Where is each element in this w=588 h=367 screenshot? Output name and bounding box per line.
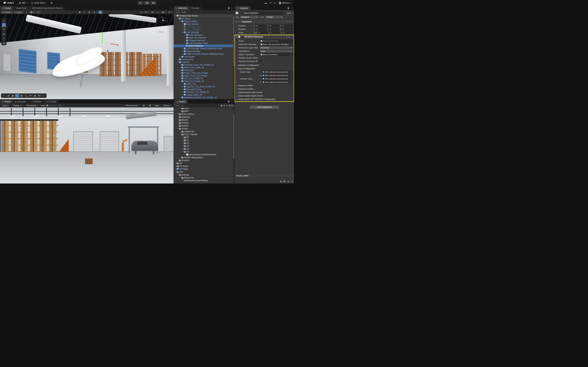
expand-arrow-icon[interactable]: ▸	[184, 37, 186, 39]
layout-overlay-icon[interactable]: ▤	[6, 94, 10, 97]
lighting-toggle-icon[interactable]: ☀	[82, 11, 86, 14]
project-row[interactable]: ▾ D3	[174, 150, 234, 153]
search-icon[interactable]	[274, 2, 275, 4]
action-field[interactable]: XRI LeftHand Interaction/Se ⊙	[262, 71, 293, 73]
expand-arrow-icon[interactable]: ▸	[177, 113, 179, 115]
expand-arrow-icon[interactable]: ▸	[179, 70, 181, 71]
project-row[interactable]: ▸ Textures	[174, 159, 234, 162]
hierarchy-row[interactable]: ▸ Right Controller › ⋮	[174, 50, 234, 53]
asset-labels-bar[interactable]: Asset Labels	[235, 174, 294, 178]
view-tab[interactable]: ⊞ Scene	[0, 6, 13, 10]
hierarchy-row[interactable]: ▸ Gaze Stabilized › ⋮	[174, 28, 234, 31]
project-row[interactable]: ▸ B4	[174, 136, 234, 139]
save-search-icon[interactable]: ★	[226, 104, 228, 107]
component-foldout[interactable]: ▸ Interactor Filters	[235, 84, 294, 87]
hierarchy-row[interactable]: ▸ Mezzanine › ⋮	[174, 69, 234, 72]
action-reference-field[interactable]: XRI LeftHand Interaction/Ac ⊙	[262, 81, 293, 83]
presets-icon[interactable]: ≡	[289, 21, 290, 23]
project-row[interactable]: ▸ Scenes	[174, 124, 234, 127]
slider-track[interactable]	[46, 105, 58, 106]
hierarchy-row[interactable]: ▸ Poke Interactor › ⋮	[174, 34, 234, 36]
hierarchy-row[interactable]: ▸ Factory Floor › ⋮	[174, 58, 234, 61]
action-reference-field[interactable]: XRI LeftHand Interaction/Se ⊙	[262, 74, 293, 77]
expand-arrow-icon[interactable]: ▾	[179, 177, 181, 178]
scene-viewport[interactable]: 0 3 < Persp x y	[0, 14, 173, 99]
expand-arrow-icon[interactable]: ▸	[182, 89, 184, 90]
project-search-input[interactable]	[180, 104, 220, 107]
expand-arrow-icon[interactable]: ▸	[184, 34, 186, 36]
gameobject-name-field[interactable]: Direct Interactor	[243, 12, 282, 15]
component-selection-icon[interactable]: ▤	[150, 11, 155, 14]
tag-dropdown[interactable]: Untagged▾	[240, 16, 259, 18]
crosshair-overlay-icon[interactable]: ✚	[28, 94, 33, 97]
tab-inspector[interactable]: ⓘ Inspector	[235, 6, 250, 10]
project-row[interactable]: OGG	[174, 108, 234, 110]
project-row[interactable]: ▸ XR Setup	[174, 167, 234, 170]
lighting-overlay-icon[interactable]: ◧	[20, 94, 24, 97]
expand-arrow-icon[interactable]: ▸	[179, 72, 181, 74]
property-checkbox[interactable]: ✓	[260, 60, 262, 63]
expand-arrow-icon[interactable]: ▸	[179, 157, 181, 158]
project-row[interactable]: InteractionLayerSettings	[174, 179, 234, 182]
expand-arrow-icon[interactable]: ▸	[182, 92, 184, 93]
stats-toggle[interactable]: Stats	[154, 104, 160, 107]
scene-visibility-dropdown[interactable]: ▾	[144, 11, 150, 14]
move-tool-button[interactable]: +	[2, 23, 6, 27]
rect-tool-button[interactable]: ▭	[2, 36, 6, 40]
tab-project[interactable]: ▤ Project	[174, 100, 187, 104]
scale-slider[interactable]: Scale 1x	[41, 104, 61, 107]
tool-handle-rotation-dropdown[interactable]: ◐ Local ▾	[13, 11, 24, 14]
project-row[interactable]: ▸ Models	[174, 118, 234, 121]
expand-arrow-icon[interactable]: ▸	[182, 53, 184, 55]
hierarchy-row[interactable]: ▸ Left Controller Teleport Stabilized Or…	[174, 47, 234, 50]
component-foldout[interactable]: ▸ Interactor Events	[235, 87, 294, 91]
axis-z-field[interactable]: 0	[282, 25, 293, 27]
expand-arrow-icon[interactable]: ▾	[182, 151, 184, 152]
help-icon[interactable]: ?	[286, 21, 287, 23]
object-picker-icon[interactable]: ⊙	[290, 71, 292, 73]
axis-y-field[interactable]: 0	[269, 25, 279, 27]
action-menu-icon[interactable]: ⋮	[260, 78, 262, 80]
hierarchy-row[interactable]: ▸ Reach_Truck_01a_Prefab › ⋮	[174, 72, 234, 75]
expand-arrow-icon[interactable]: ▾	[174, 15, 176, 17]
hierarchy-search-input[interactable]: All	[180, 11, 233, 14]
hierarchy-row[interactable]: ▸ Cart_01a_Prefab_01 › ⋮	[174, 77, 234, 80]
expand-arrow-icon[interactable]: ▸	[182, 48, 184, 50]
project-row[interactable]: ▸ Prefabs	[174, 121, 234, 124]
xr-component-header[interactable]: ▼ ✓ XR Direct Interactor ? ≡ ⋮	[235, 35, 294, 39]
component-foldout[interactable]: ▸ (Deprecated) Haptic Events	[235, 94, 294, 98]
transform-component-header[interactable]: ▼ + Transform ? ≡ ⋮	[235, 20, 294, 24]
expand-arrow-icon[interactable]: ▸	[184, 40, 186, 41]
view-tab[interactable]: ⊞ Game	[0, 100, 13, 104]
cloud-status-icon[interactable]: ☁	[287, 180, 289, 183]
expand-arrow-icon[interactable]: ▸	[182, 86, 184, 87]
foldout-arrow-icon[interactable]: ▼	[235, 36, 238, 38]
hierarchy-row[interactable]: ▾ Camera Offset › ⋮	[174, 20, 234, 23]
create-object-button[interactable]: ＋▾	[175, 11, 179, 14]
snap-settings-dropdown[interactable]: ∩▾	[35, 11, 41, 14]
focus-mode-dropdown[interactable]: Play Focused▾	[125, 104, 140, 107]
hierarchy-row[interactable]: ▸ Right Controller Teleport Stabilized O…	[174, 53, 234, 55]
view-tab[interactable]: Asset Store	[13, 6, 29, 10]
lock-icon[interactable]	[228, 8, 230, 9]
translate-gizmo-handle[interactable]	[107, 50, 108, 52]
expand-arrow-icon[interactable]: ▸	[174, 165, 176, 167]
expand-arrow-icon[interactable]: ▸	[177, 159, 179, 161]
notification-bell-icon[interactable]: ◉	[280, 180, 282, 183]
project-row[interactable]: ▸ C2	[174, 142, 234, 144]
expand-arrow-icon[interactable]: ▸	[182, 51, 184, 52]
translate-gizmo-y[interactable]	[102, 33, 103, 43]
foldout-arrow-icon[interactable]: ▼	[235, 21, 238, 23]
hierarchy-row[interactable]: ▸ Gaze Interactor › ⋮	[174, 25, 234, 28]
hierarchy-row[interactable]: Direct Interactor › ⋮	[174, 44, 234, 47]
hierarchy-row[interactable]: ▸ BarcodeScanner › ⋮	[174, 88, 234, 91]
create-asset-button[interactable]: ＋▾	[175, 104, 179, 107]
expand-arrow-icon[interactable]: ▸	[174, 162, 176, 164]
axis-y-field[interactable]: 1	[270, 31, 280, 34]
hierarchy-row[interactable]: ▸ Left Controller Visual › ⋮	[174, 42, 234, 44]
project-row[interactable]: ▸ C1	[174, 139, 234, 142]
panel-menu-icon[interactable]: ⋮	[170, 100, 172, 103]
axis-x-field[interactable]: 0	[255, 28, 266, 31]
view-tab[interactable]: ◔ Animation	[28, 100, 44, 104]
hierarchy-row[interactable]: ▸ Laptop_black_off › ⋮	[174, 93, 234, 96]
